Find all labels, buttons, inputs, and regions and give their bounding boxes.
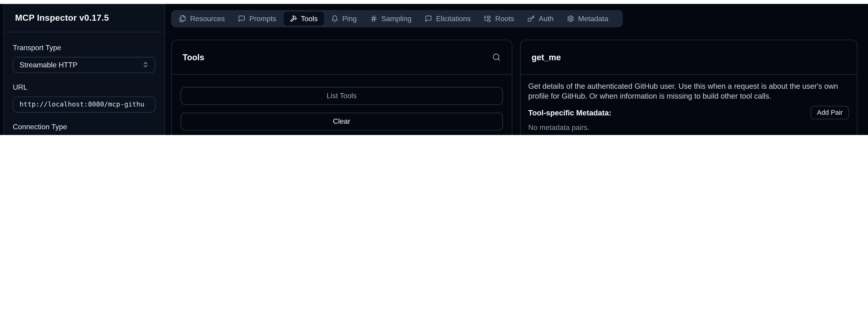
tab-label: Sampling: [381, 14, 411, 23]
key-icon: [527, 15, 535, 22]
transport-type-value: Streamable HTTP: [20, 60, 78, 69]
sidebar-body: Transport Type Streamable HTTP URL Conne…: [4, 32, 164, 135]
tool-detail-panel: get_me Get details of the authenticated …: [520, 40, 857, 135]
tab-label: Tools: [301, 14, 318, 23]
message-square-icon: [238, 15, 246, 22]
tab-label: Ping: [342, 14, 356, 23]
screen: MCP Inspector v0.17.5 Transport Type Str…: [0, 0, 868, 135]
detail-panel-header: get_me: [520, 40, 857, 75]
top-nav: Resources Prompts Tools Ping Sampling El…: [171, 10, 623, 27]
tab-label: Roots: [495, 14, 514, 23]
search-icon: [492, 53, 501, 61]
metadata-label: Tool-specific Metadata:: [528, 109, 611, 117]
connection-type-label: Connection Type: [13, 122, 156, 130]
tab-resources[interactable]: Resources: [173, 11, 231, 26]
sidebar: MCP Inspector v0.17.5 Transport Type Str…: [3, 4, 165, 135]
tab-label: Metadata: [578, 14, 608, 23]
search-button[interactable]: [492, 53, 501, 61]
hammer-icon: [290, 15, 297, 22]
tab-ping[interactable]: Ping: [325, 11, 363, 26]
folder-tree-icon: [484, 15, 491, 22]
selected-tool-description: Get details of the authenticated GitHub …: [528, 81, 849, 101]
transport-type-label: Transport Type: [13, 43, 156, 52]
add-pair-button[interactable]: Add Pair: [811, 106, 849, 119]
tools-list: List Tools Clear Get a specific label fr…: [172, 75, 512, 135]
metadata-empty-text: No metadata pairs.: [528, 123, 849, 132]
sidebar-header: MCP Inspector v0.17.5: [4, 4, 164, 32]
tools-panel-header: Tools: [172, 40, 512, 75]
selected-tool-title: get_me: [532, 53, 561, 62]
message-square-icon: [425, 15, 432, 22]
clear-button[interactable]: Clear: [180, 113, 503, 130]
app-title: MCP Inspector v0.17.5: [15, 13, 109, 23]
tab-metadata[interactable]: Metadata: [561, 11, 614, 26]
tools-panel-title: Tools: [183, 53, 204, 62]
tab-label: Resources: [190, 14, 225, 23]
url-input[interactable]: [13, 96, 156, 112]
tab-tools[interactable]: Tools: [283, 11, 324, 26]
tab-label: Prompts: [249, 14, 276, 23]
tools-list-panel: Tools List Tools Clear Get a specific la…: [171, 40, 512, 135]
detail-panel-body: Get details of the authenticated GitHub …: [520, 75, 857, 135]
tab-auth[interactable]: Auth: [522, 11, 560, 26]
tab-sampling[interactable]: Sampling: [364, 11, 417, 26]
files-icon: [179, 15, 186, 22]
tool-actions: Run Tool Copy Input: [528, 132, 849, 135]
tab-roots[interactable]: Roots: [478, 11, 520, 26]
tab-prompts[interactable]: Prompts: [232, 11, 282, 26]
transport-type-select[interactable]: Streamable HTTP: [13, 57, 156, 73]
hash-icon: [370, 15, 377, 22]
chevrons-up-down-icon: [142, 61, 149, 68]
gear-icon: [567, 15, 575, 22]
metadata-row: Tool-specific Metadata: Add Pair: [528, 107, 849, 119]
url-label: URL: [13, 83, 156, 91]
tab-label: Elicitations: [436, 14, 471, 23]
mcp-inspector-app: MCP Inspector v0.17.5 Transport Type Str…: [0, 4, 868, 135]
tab-elicitations[interactable]: Elicitations: [419, 11, 477, 26]
list-tools-button[interactable]: List Tools: [180, 87, 503, 105]
bell-icon: [331, 15, 338, 22]
tab-label: Auth: [539, 14, 554, 23]
